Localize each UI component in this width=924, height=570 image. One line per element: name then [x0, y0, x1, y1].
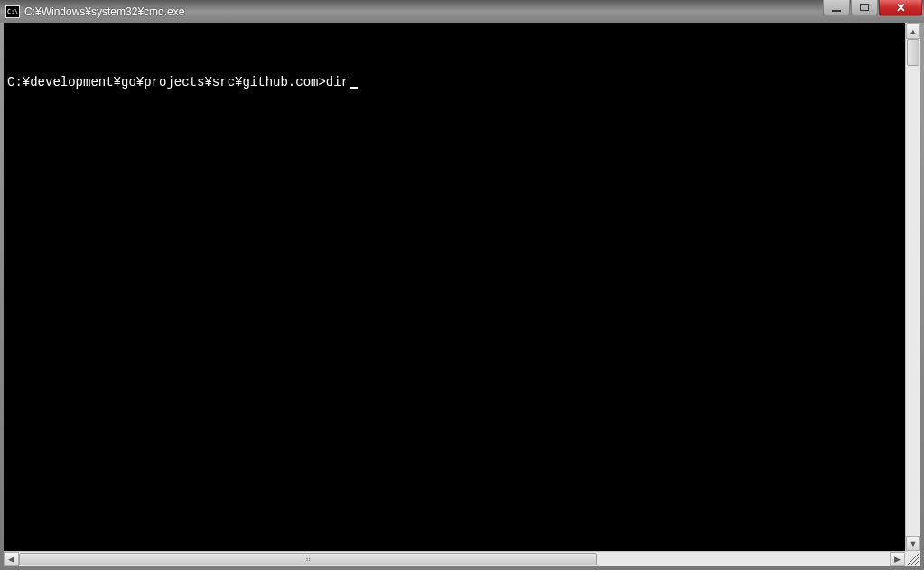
- maximize-icon: [860, 4, 869, 11]
- scroll-track-horizontal[interactable]: ⠿: [19, 552, 890, 566]
- scroll-right-arrow-icon[interactable]: ▶: [890, 552, 905, 566]
- resize-grip[interactable]: [906, 552, 920, 566]
- cmd-icon: C:\: [5, 5, 20, 18]
- command-text: dir: [326, 75, 349, 89]
- client-area: C:¥development¥go¥projects¥src¥github.co…: [0, 23, 924, 570]
- close-icon: ✕: [896, 1, 906, 14]
- thumb-grip-icon: ⠿: [305, 555, 312, 564]
- horizontal-scrollbar[interactable]: ◀ ⠿ ▶: [4, 551, 905, 566]
- terminal-container: C:¥development¥go¥projects¥src¥github.co…: [4, 23, 920, 551]
- prompt-text: C:¥development¥go¥projects¥src¥github.co…: [7, 75, 326, 89]
- prompt-line: C:¥development¥go¥projects¥src¥github.co…: [7, 58, 901, 90]
- vertical-scrollbar[interactable]: ▲ ▼: [905, 23, 920, 551]
- scroll-thumb-horizontal[interactable]: ⠿: [19, 553, 597, 565]
- scroll-left-arrow-icon[interactable]: ◀: [4, 552, 19, 566]
- scroll-down-arrow-icon[interactable]: ▼: [906, 536, 920, 551]
- minimize-icon: [832, 9, 841, 12]
- close-button[interactable]: ✕: [879, 0, 922, 16]
- maximize-button[interactable]: [851, 0, 878, 16]
- window-title: C:¥Windows¥system32¥cmd.exe: [24, 5, 184, 18]
- window-controls: ✕: [822, 0, 922, 16]
- minimize-button[interactable]: [823, 0, 850, 16]
- titlebar[interactable]: C:\ C:¥Windows¥system32¥cmd.exe ✕: [0, 0, 924, 23]
- scroll-thumb-vertical[interactable]: [907, 39, 919, 66]
- terminal[interactable]: C:¥development¥go¥projects¥src¥github.co…: [4, 23, 905, 551]
- scroll-track-vertical[interactable]: [906, 39, 920, 536]
- cmd-icon-label: C:\: [7, 8, 19, 15]
- cursor: [350, 87, 358, 89]
- resize-grip-icon: [906, 552, 920, 566]
- bottom-scroll-row: ◀ ⠿ ▶: [4, 551, 920, 566]
- scroll-up-arrow-icon[interactable]: ▲: [906, 23, 920, 39]
- cmd-window: C:\ C:¥Windows¥system32¥cmd.exe ✕ C:¥dev…: [0, 0, 924, 570]
